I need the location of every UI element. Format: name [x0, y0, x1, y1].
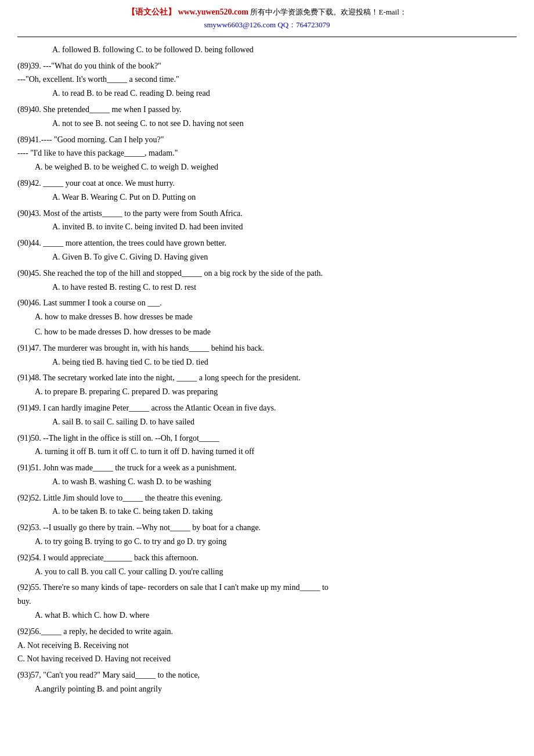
answer-line: A. invited B. to invite C. being invited…	[17, 220, 517, 234]
question-text: (92)56._____ a reply, he decided to writ…	[17, 627, 173, 636]
answer-line-b: C. how to be made dresses D. how dresses…	[17, 325, 517, 339]
answer-text: A. to be taken B. to take C. being taken…	[52, 507, 212, 516]
question-line-b: ---- "I'd like to have this package_____…	[17, 146, 517, 160]
question-line: (91)51. John was made_____ the truck for…	[17, 461, 517, 475]
question-text: (91)49. I can hardly imagine Peter_____ …	[17, 404, 276, 412]
question-block-90-45: (90)45. She reached the top of the hill …	[17, 267, 517, 294]
question-line: (92)52. Little Jim should love to_____ t…	[17, 491, 517, 505]
question-line: (91)48. The secretary worked late into t…	[17, 371, 517, 385]
question-line: (92)56._____ a reply, he decided to writ…	[17, 625, 517, 639]
question-line: (92)53. --I usually go there by train. -…	[17, 521, 517, 535]
answer-text: A. turning it off B. turn it off C. to t…	[35, 447, 254, 456]
answer-text: A. sail B. to sail C. sailing D. to have…	[52, 417, 194, 426]
answer-line: A. to wash B. washing C. wash D. to be w…	[17, 475, 517, 489]
question-block-92-54: (92)54. I would appreciate_______ back t…	[17, 551, 517, 579]
question-text: (90)44. _____ more attention, the trees …	[17, 239, 226, 247]
question-line: (91)49. I can hardly imagine Peter_____ …	[17, 401, 517, 415]
answer-line: A. be weighed B. to be weighed C. to wei…	[17, 160, 517, 174]
answer-text: A. be weighed B. to be weighed C. to wei…	[35, 163, 218, 171]
question-text: (89)41.---- "Good morning. Can I help yo…	[17, 135, 164, 144]
answer-line: A. to try going B. trying to go C. to tr…	[17, 535, 517, 549]
question-block-89-42: (89)42. _____ your coat at once. We must…	[17, 177, 517, 204]
content-area: A. followed B. following C. to be follow…	[17, 43, 517, 696]
question-block-89-39: (89)39. ---"What do you think of the boo…	[17, 59, 517, 100]
email-label: smyww6603@126.com QQ：764723079	[204, 20, 330, 29]
question-line: (92)55. There're so many kinds of tape- …	[17, 581, 517, 595]
brand-label: 【语文公社】	[127, 8, 176, 16]
question-text: (89)39. ---"What do you think of the boo…	[17, 62, 161, 70]
answer-line: A. being tied B. having tied C. to be ti…	[17, 355, 517, 369]
question-line: (92)54. I would appreciate_______ back t…	[17, 551, 517, 565]
question-line: (89)40. She pretended_____ me when I pas…	[17, 103, 517, 117]
question-line: (90)43. Most of the artists_____ to the …	[17, 207, 517, 221]
answer-text: A. to try going B. trying to go C. to tr…	[35, 537, 226, 546]
question-line: (90)46. Last summer I took a course on _…	[17, 296, 517, 310]
answer-line: A. turning it off B. turn it off C. to t…	[17, 445, 517, 459]
answer-line-a: A. how to make dresses B. how dresses be…	[17, 310, 517, 324]
answer-line-a: A. Not receiving B. Receiving not	[17, 639, 517, 653]
question-block-92-52: (92)52. Little Jim should love to_____ t…	[17, 491, 517, 519]
question-text: (91)50. --The light in the office is sti…	[17, 434, 219, 442]
question-text: (89)42. _____ your coat at once. We must…	[17, 179, 175, 188]
answer-text: A. Given B. To give C. Giving D. Having …	[52, 253, 208, 261]
answer-line: A. followed B. following C. to be follow…	[17, 43, 517, 57]
answer-text: A. to read B. to be read C. reading D. b…	[52, 89, 210, 98]
question-text: (90)46. Last summer I took a course on _…	[17, 298, 162, 307]
answer-line: A. not to see B. not seeing C. to not se…	[17, 117, 517, 131]
answer-text: A. to have rested B. resting C. to rest …	[52, 283, 196, 291]
question-text: (91)51. John was made_____ the truck for…	[17, 463, 237, 472]
question-block-91-51: (91)51. John was made_____ the truck for…	[17, 461, 517, 489]
question-text-b: ---"Oh, excellent. It's worth_____ a sec…	[17, 75, 179, 84]
question-block-90-46: (90)46. Last summer I took a course on _…	[17, 296, 517, 339]
answer-text: A. being tied B. having tied C. to be ti…	[52, 358, 208, 366]
page-header: 【语文公社】 www.yuwen520.com 所有中小学资源免费下载。欢迎投稿…	[17, 6, 517, 32]
answer-line: A. sail B. to sail C. sailing D. to have…	[17, 415, 517, 429]
question-block-89-40: (89)40. She pretended_____ me when I pas…	[17, 103, 517, 131]
question-block-90-43: (90)43. Most of the artists_____ to the …	[17, 207, 517, 235]
question-line: (90)45. She reached the top of the hill …	[17, 267, 517, 280]
answer-line: A. to prepare B. preparing C. prepared D…	[17, 385, 517, 399]
question-line: (91)47. The murderer was brought in, wit…	[17, 341, 517, 355]
question-line: (89)42. _____ your coat at once. We must…	[17, 177, 517, 190]
question-line-b: buy.	[17, 595, 517, 609]
answer-text-b: C. how to be made dresses D. how dresses…	[35, 327, 211, 336]
desc-label: 所有中小学资源免费下载。欢迎投稿！E-mail：	[250, 8, 406, 16]
answer-text: A. invited B. to invite C. being invited…	[52, 222, 243, 231]
answer-text-a: A. Not receiving B. Receiving not	[17, 641, 129, 650]
answer-text-b: C. Not having received D. Having not rec…	[17, 654, 171, 663]
question-text: (90)45. She reached the top of the hill …	[17, 269, 323, 278]
question-block-92-53: (92)53. --I usually go there by train. -…	[17, 521, 517, 549]
question-block-90-44: (90)44. _____ more attention, the trees …	[17, 236, 517, 264]
question-text: (91)47. The murderer was brought in, wit…	[17, 344, 264, 352]
question-text: (93)57, "Can't you read?" Mary said_____…	[17, 671, 200, 679]
answer-text: A.angrily pointing B. and point angrily	[35, 685, 162, 693]
question-text: (92)55. There're so many kinds of tape- …	[17, 583, 329, 592]
question-block-91-49: (91)49. I can hardly imagine Peter_____ …	[17, 401, 517, 429]
answer-text: A. you to call B. you call C. your calli…	[35, 567, 223, 576]
question-text-b: ---- "I'd like to have this package_____…	[17, 149, 178, 157]
question-text: (92)52. Little Jim should love to_____ t…	[17, 494, 222, 502]
question-line: (90)44. _____ more attention, the trees …	[17, 236, 517, 250]
question-block-intro: A. followed B. following C. to be follow…	[17, 43, 517, 57]
question-text: (92)53. --I usually go there by train. -…	[17, 523, 261, 532]
question-text-b: buy.	[17, 597, 31, 606]
question-block-91-50: (91)50. --The light in the office is sti…	[17, 431, 517, 459]
answer-text: A. what B. which C. how D. where	[35, 611, 149, 620]
question-block-92-55: (92)55. There're so many kinds of tape- …	[17, 581, 517, 622]
answer-line: A. Wear B. Wearing C. Put on D. Putting …	[17, 190, 517, 204]
question-block-93-57: (93)57, "Can't you read?" Mary said_____…	[17, 668, 517, 696]
answer-line: A. to have rested B. resting C. to rest …	[17, 280, 517, 294]
question-block-91-47: (91)47. The murderer was brought in, wit…	[17, 341, 517, 369]
answer-text: A. followed B. following C. to be follow…	[52, 45, 254, 54]
question-text: (89)40. She pretended_____ me when I pas…	[17, 105, 182, 114]
question-block-89-41: (89)41.---- "Good morning. Can I help yo…	[17, 133, 517, 174]
question-line: (93)57, "Can't you read?" Mary said_____…	[17, 668, 517, 682]
answer-text: A. not to see B. not seeing C. to not se…	[52, 119, 244, 128]
question-text: (90)43. Most of the artists_____ to the …	[17, 209, 243, 218]
answer-text: A. to wash B. washing C. wash D. to be w…	[52, 477, 211, 486]
answer-line: A. what B. which C. how D. where	[17, 609, 517, 622]
header-divider	[17, 37, 517, 37]
question-line: (89)39. ---"What do you think of the boo…	[17, 59, 517, 73]
answer-line: A. to be taken B. to take C. being taken…	[17, 505, 517, 519]
question-line: (91)50. --The light in the office is sti…	[17, 431, 517, 445]
